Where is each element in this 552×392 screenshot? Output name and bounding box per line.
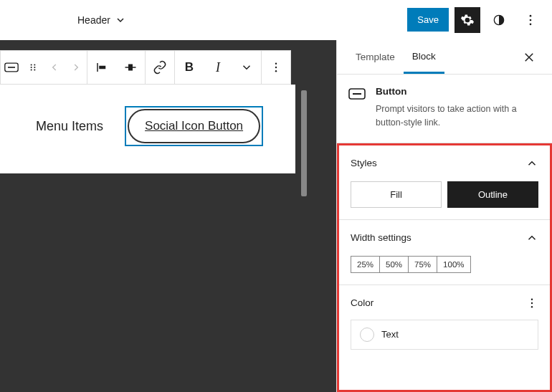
view-mode-button[interactable] <box>486 7 512 33</box>
svg-rect-18 <box>353 93 361 95</box>
width-100-button[interactable]: 100% <box>437 256 470 273</box>
svg-point-15 <box>275 67 277 68</box>
button-block-icon <box>4 62 19 72</box>
width-25-button[interactable]: 25% <box>351 256 380 273</box>
styles-panel-toggle[interactable]: Styles <box>351 157 538 170</box>
block-toolbar: B I <box>0 50 291 85</box>
save-button[interactable]: Save <box>407 8 449 32</box>
gear-icon <box>460 13 475 27</box>
style-fill-button[interactable]: Fill <box>351 181 442 208</box>
svg-point-10 <box>31 69 32 70</box>
chevron-up-icon <box>525 157 538 170</box>
styles-heading: Styles <box>351 158 377 168</box>
italic-button[interactable]: I <box>204 51 232 84</box>
more-menu-button[interactable] <box>518 7 543 33</box>
svg-point-7 <box>34 64 35 65</box>
document-switcher[interactable]: Header <box>77 14 126 26</box>
button-block-selected[interactable]: Social Icon Button <box>125 106 263 146</box>
chevron-left-icon <box>49 62 60 72</box>
svg-point-8 <box>31 67 32 68</box>
move-up-button[interactable] <box>44 51 65 84</box>
color-text-row[interactable]: Text <box>351 320 538 350</box>
svg-point-16 <box>275 70 277 72</box>
header-template-area[interactable]: Menu Items Social Icon Button <box>0 85 295 173</box>
close-sidebar-button[interactable] <box>516 44 542 70</box>
close-icon <box>523 51 536 64</box>
svg-rect-13 <box>128 64 133 71</box>
block-options-button[interactable] <box>262 51 290 84</box>
bold-button[interactable]: B <box>175 51 204 84</box>
move-down-button[interactable] <box>65 51 87 84</box>
svg-point-1 <box>530 14 532 16</box>
editor-canvas[interactable]: B I Menu Items Social Icon Button <box>0 40 336 392</box>
button-block-icon <box>348 87 366 100</box>
svg-rect-12 <box>99 66 105 70</box>
link-button[interactable] <box>146 51 174 84</box>
align-center-icon <box>124 61 137 74</box>
more-format-button[interactable] <box>232 51 261 84</box>
drag-handle[interactable] <box>22 51 44 84</box>
width-50-button[interactable]: 50% <box>380 256 409 273</box>
svg-point-19 <box>531 298 533 300</box>
tab-block[interactable]: Block <box>404 41 444 74</box>
block-title: Button <box>376 86 541 97</box>
svg-point-14 <box>275 63 277 64</box>
canvas-scrollbar[interactable] <box>301 90 307 196</box>
align-button[interactable] <box>116 51 145 84</box>
block-type-icon <box>348 87 366 105</box>
svg-point-11 <box>34 69 35 70</box>
chevron-down-icon <box>115 14 126 26</box>
drag-icon <box>28 62 38 72</box>
width-heading: Width settings <box>351 232 411 243</box>
text-color-swatch <box>360 328 374 342</box>
svg-point-9 <box>34 67 35 68</box>
chevron-down-icon <box>240 61 253 74</box>
kebab-icon <box>270 61 282 74</box>
width-75-button[interactable]: 75% <box>409 256 437 273</box>
block-type-button[interactable] <box>1 51 22 84</box>
svg-point-20 <box>531 302 533 303</box>
menu-items-label[interactable]: Menu Items <box>36 119 103 134</box>
tab-template[interactable]: Template <box>347 42 404 72</box>
color-panel-toggle[interactable]: Color <box>351 297 538 310</box>
svg-rect-5 <box>8 67 15 68</box>
link-icon <box>153 60 167 75</box>
style-outline-button[interactable]: Outline <box>447 181 538 208</box>
kebab-icon <box>523 13 538 27</box>
color-heading: Color <box>351 297 373 308</box>
chevron-right-icon <box>71 62 81 72</box>
color-text-label: Text <box>381 329 399 340</box>
justify-button[interactable] <box>87 51 116 84</box>
svg-point-6 <box>31 64 32 65</box>
button-block-text[interactable]: Social Icon Button <box>128 109 260 143</box>
svg-point-3 <box>530 23 532 25</box>
justify-left-icon <box>95 61 108 74</box>
highlighted-panels: Styles Fill Outline Width settings 25% 5… <box>337 143 552 393</box>
svg-point-21 <box>531 306 533 307</box>
block-description: Prompt visitors to take action with a bu… <box>376 102 541 130</box>
settings-button[interactable] <box>455 7 480 33</box>
settings-sidebar: Template Block Button Prompt visitors to… <box>336 40 552 392</box>
contrast-icon <box>492 13 506 27</box>
kebab-icon <box>525 297 538 310</box>
svg-point-2 <box>530 19 532 21</box>
width-panel-toggle[interactable]: Width settings <box>351 231 538 244</box>
chevron-up-icon <box>525 231 538 244</box>
document-label: Header <box>77 14 110 26</box>
